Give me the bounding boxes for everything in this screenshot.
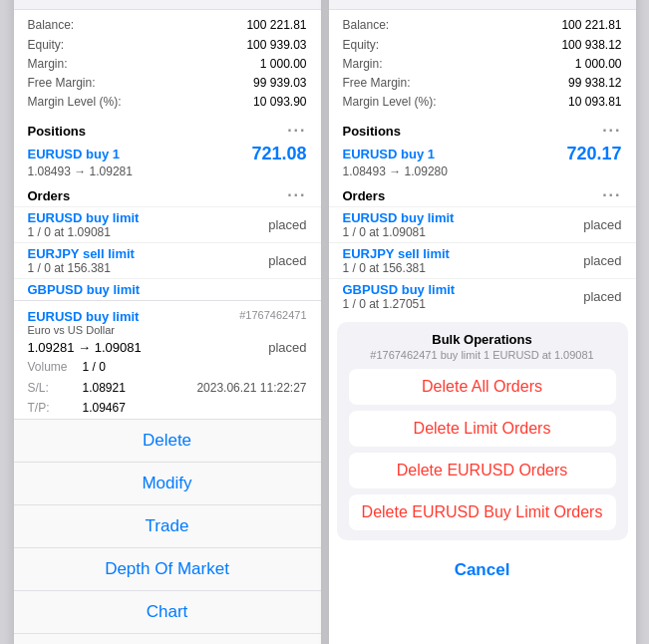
left-screen: 717.22 EUR + Balance: 100 221.81 Equity:…: [14, 0, 321, 644]
free-margin-label: Free Margin:: [28, 74, 96, 93]
r-position-value: 720.17: [566, 144, 621, 164]
volume-label: Volume: [28, 357, 83, 377]
orders-label: Orders: [28, 188, 71, 203]
right-header: 716.31 EUR +: [329, 0, 636, 10]
sl-value: 1.08921: [83, 378, 126, 398]
r-orders-section-header: Orders ···: [329, 182, 636, 206]
r-order-eurusd-status: placed: [583, 217, 621, 232]
positions-label: Positions: [28, 124, 87, 139]
r-free-margin-row: Free Margin: 99 938.12: [343, 74, 622, 93]
bulk-delete-all-button[interactable]: Delete All Orders: [349, 369, 616, 405]
account-row-equity: Equity: 100 939.03: [28, 36, 307, 55]
right-screen: 716.31 EUR + Balance: 100 221.81 Equity:…: [329, 0, 636, 644]
position-eurusd[interactable]: EURUSD buy 1 721.08 1.08493 → 1.09281: [14, 142, 321, 182]
margin-value: 1 000.00: [260, 55, 307, 74]
left-account-info: Balance: 100 221.81 Equity: 100 939.03 M…: [14, 10, 321, 118]
r-order-gbpusd-title: GBPUSD buy limit: [343, 282, 456, 297]
r-equity-row: Equity: 100 938.12: [343, 36, 622, 55]
orders-list: EURUSD buy limit 1 / 0 at 1.09081 placed…: [14, 206, 321, 300]
expanded-title: EURUSD buy limit: [28, 309, 140, 324]
r-order-gbpusd-status: placed: [583, 289, 621, 304]
context-trade[interactable]: Trade: [14, 505, 321, 548]
order-eurusd-status: placed: [268, 217, 306, 232]
r-order-row-gbpusd[interactable]: GBPUSD buy limit 1 / 0 at 1.27051 placed: [329, 278, 636, 314]
bulk-delete-eurusd-buy-limit-button[interactable]: Delete EURUSD Buy Limit Orders: [349, 494, 616, 530]
context-menu: Delete Modify Trade Depth Of Market Char…: [14, 419, 321, 644]
r-positions-dots-button[interactable]: ···: [602, 122, 621, 140]
bulk-operations-card: Bulk Operations #1767462471 buy limit 1 …: [337, 322, 628, 540]
r-orders-dots-button[interactable]: ···: [602, 186, 621, 204]
free-margin-value: 99 939.03: [253, 74, 306, 93]
r-margin-row: Margin: 1 000.00: [343, 55, 622, 74]
order-eurjpy-title: EURJPY sell limit: [28, 246, 135, 261]
balance-value: 100 221.81: [246, 16, 306, 35]
r-order-row-eurusd[interactable]: EURUSD buy limit 1 / 0 at 1.09081 placed: [329, 206, 636, 242]
expanded-tp-row: T/P: 1.09467: [28, 398, 307, 418]
account-row-free-margin: Free Margin: 99 939.03: [28, 74, 307, 93]
r-equity-value: 100 938.12: [561, 36, 621, 55]
volume-value: 1 / 0: [83, 357, 106, 377]
context-delete[interactable]: Delete: [14, 420, 321, 463]
account-row-margin: Margin: 1 000.00: [28, 55, 307, 74]
order-date: 2023.06.21 11:22:27: [196, 378, 306, 398]
r-balance-row: Balance: 100 221.81: [343, 16, 622, 35]
bulk-delete-eurusd-button[interactable]: Delete EURUSD Orders: [349, 453, 616, 488]
left-header: 717.22 EUR +: [14, 0, 321, 10]
equity-label: Equity:: [28, 36, 65, 55]
r-positions-section-header: Positions ···: [329, 118, 636, 142]
position-sub: 1.08493 → 1.09281: [28, 164, 307, 178]
r-orders-list: EURUSD buy limit 1 / 0 at 1.09081 placed…: [329, 206, 636, 314]
expanded-sl-row: S/L: 1.08921 2023.06.21 11:22:27: [28, 378, 307, 398]
expanded-volume-row: Volume 1 / 0: [28, 357, 307, 377]
r-margin-label: Margin:: [343, 55, 383, 74]
margin-level-label: Margin Level (%):: [28, 93, 122, 112]
r-balance-value: 100 221.81: [561, 16, 621, 35]
context-depth-of-market[interactable]: Depth Of Market: [14, 548, 321, 591]
right-account-info: Balance: 100 221.81 Equity: 100 938.12 M…: [329, 10, 636, 118]
r-margin-level-label: Margin Level (%):: [343, 93, 437, 112]
expanded-placed: placed: [268, 340, 306, 355]
order-eurjpy-sub: 1 / 0 at 156.381: [28, 261, 135, 275]
account-row-balance: Balance: 100 221.81: [28, 16, 307, 35]
r-position-sub: 1.08493 → 1.09280: [343, 164, 622, 178]
r-order-eurjpy-status: placed: [583, 253, 621, 268]
r-order-row-eurjpy[interactable]: EURJPY sell limit 1 / 0 at 156.381 place…: [329, 242, 636, 278]
order-gbpusd-title: GBPUSD buy limit: [28, 282, 141, 297]
context-chart[interactable]: Chart: [14, 591, 321, 634]
bulk-subtitle: #1767462471 buy limit 1 EURUSD at 1.0908…: [349, 349, 616, 361]
r-equity-label: Equity:: [343, 36, 380, 55]
margin-label: Margin:: [28, 55, 68, 74]
r-position-eurusd[interactable]: EURUSD buy 1 720.17 1.08493 → 1.09280: [329, 142, 636, 182]
r-order-gbpusd-sub: 1 / 0 at 1.27051: [343, 297, 456, 311]
order-row-gbpusd[interactable]: GBPUSD buy limit: [14, 278, 321, 300]
equity-value: 100 939.03: [246, 36, 306, 55]
positions-section-header: Positions ···: [14, 118, 321, 142]
account-row-margin-level: Margin Level (%): 10 093.90: [28, 93, 307, 112]
left-plus-button[interactable]: +: [295, 0, 307, 1]
sl-label: S/L:: [28, 378, 83, 398]
bulk-delete-limit-button[interactable]: Delete Limit Orders: [349, 411, 616, 447]
orders-dots-button[interactable]: ···: [287, 186, 306, 204]
positions-dots-button[interactable]: ···: [287, 122, 306, 140]
expanded-order-card: EURUSD buy limit Euro vs US Dollar #1767…: [14, 300, 321, 418]
r-free-margin-label: Free Margin:: [343, 74, 411, 93]
order-eurjpy-status: placed: [268, 253, 306, 268]
r-order-eurjpy-sub: 1 / 0 at 156.381: [343, 261, 450, 275]
expanded-price-range: 1.09281 → 1.09081: [28, 340, 142, 355]
margin-level-value: 10 093.90: [253, 93, 306, 112]
balance-label: Balance:: [28, 16, 75, 35]
r-orders-label: Orders: [343, 188, 386, 203]
r-margin-value: 1 000.00: [575, 55, 622, 74]
expanded-id: #1767462471: [239, 309, 306, 321]
order-row-eurusd[interactable]: EURUSD buy limit 1 / 0 at 1.09081 placed: [14, 206, 321, 242]
order-row-eurjpy[interactable]: EURJPY sell limit 1 / 0 at 156.381 place…: [14, 242, 321, 278]
tp-label: T/P:: [28, 398, 83, 418]
r-order-eurusd-title: EURUSD buy limit: [343, 210, 455, 225]
cancel-button[interactable]: Cancel: [337, 548, 628, 592]
context-modify[interactable]: Modify: [14, 463, 321, 505]
r-order-eurjpy-title: EURJPY sell limit: [343, 246, 450, 261]
bulk-title: Bulk Operations: [349, 332, 616, 347]
context-bulk-operations[interactable]: Bulk Operations...: [14, 634, 321, 644]
position-value: 721.08: [251, 144, 306, 164]
right-plus-button[interactable]: +: [610, 0, 622, 1]
